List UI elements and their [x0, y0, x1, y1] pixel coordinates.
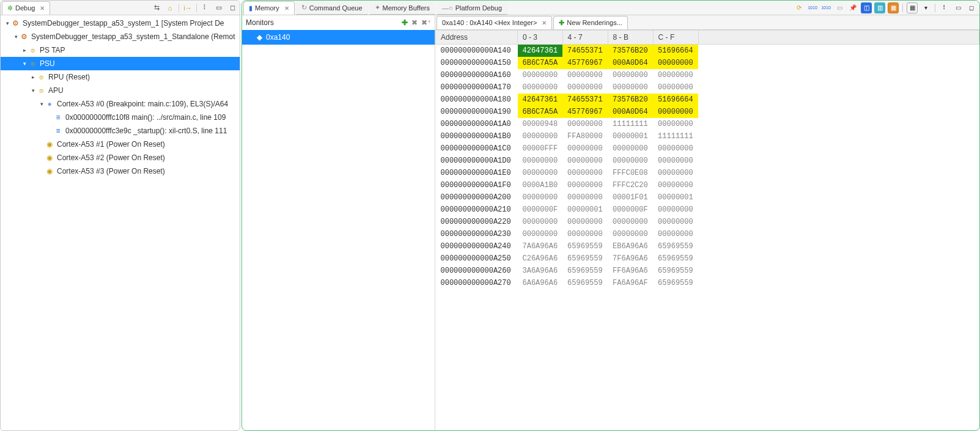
mem-row[interactable]: 000000000000A2603A6A96A665969559FF6A96A6…: [436, 265, 979, 277]
mem-cell[interactable]: 00000000: [608, 216, 653, 228]
mem-row[interactable]: 000000000000A180426473617465537173576B20…: [436, 94, 979, 106]
mem-cell[interactable]: 00000000: [653, 106, 698, 118]
mem-cell[interactable]: 65969559: [653, 265, 698, 277]
mem-cell[interactable]: 73576B20: [608, 94, 653, 106]
memory-table[interactable]: Address 0 - 3 4 - 7 8 - B C - F 00000000…: [435, 30, 979, 289]
mem-cell[interactable]: 00000000: [608, 81, 653, 94]
mem-cell[interactable]: 0000A1B0: [518, 179, 563, 191]
mem-cell[interactable]: 00001F01: [608, 191, 653, 204]
mem-cell[interactable]: 00000000: [518, 155, 563, 167]
mem-cell[interactable]: 51696664: [653, 94, 698, 106]
col-c-f[interactable]: C - F: [653, 31, 698, 45]
tree-row[interactable]: ▾⚙SystemDebugger_testapp_a53_system_1 [S…: [1, 17, 240, 30]
twisty-icon[interactable]: ▾: [39, 101, 45, 107]
mem-cell[interactable]: FFFC2C20: [608, 179, 653, 191]
mem-cell[interactable]: 00000000: [653, 216, 698, 228]
mem-cell[interactable]: 00000000: [653, 142, 698, 155]
mem-cell[interactable]: 0000000F: [608, 204, 653, 216]
import-icon[interactable]: i→: [183, 3, 193, 13]
col-0-3[interactable]: 0 - 3: [518, 31, 563, 45]
maximize-icon[interactable]: ◻: [227, 3, 237, 13]
tree-row[interactable]: ≡0x00000000fffc3e9c _startup(): xil-crt0…: [1, 124, 240, 138]
mem-cell[interactable]: 00000000: [562, 118, 608, 130]
mem-cell[interactable]: 73576B20: [608, 45, 653, 57]
mem-cell[interactable]: 00000000: [562, 81, 608, 94]
mem-cell[interactable]: 00000000: [518, 69, 563, 81]
debug-tree[interactable]: ▾⚙SystemDebugger_testapp_a53_system_1 [S…: [1, 15, 240, 430]
col-8-b[interactable]: 8 - B: [608, 31, 653, 45]
mem-cell[interactable]: 00000000: [518, 81, 563, 94]
mem-cell[interactable]: 00000000: [608, 155, 653, 167]
mem-cell[interactable]: 00000000: [608, 142, 653, 155]
mem-row[interactable]: 000000000000A140426473617465537173576B20…: [436, 45, 979, 57]
mem-cell[interactable]: 00000000: [653, 69, 698, 81]
mem-cell[interactable]: FF6A96A6: [608, 265, 653, 277]
mem-row[interactable]: 000000000000A2706A6A96A665969559FA6A96AF…: [436, 277, 979, 289]
mem-cell[interactable]: 74655371: [562, 94, 608, 106]
tree-row[interactable]: ▾●Cortex-A53 #0 (Breakpoint: main.c:109)…: [1, 97, 240, 111]
mem-cell[interactable]: 65969559: [653, 252, 698, 265]
view-menu-icon[interactable]: ⠇: [201, 3, 210, 13]
mem-cell[interactable]: 42647361: [518, 45, 563, 57]
mem-cell[interactable]: 000A0D64: [608, 57, 653, 69]
dropdown-icon[interactable]: ▾: [920, 2, 931, 13]
mem-cell[interactable]: C26A96A6: [518, 252, 563, 265]
grid-icon[interactable]: ▦: [907, 2, 918, 13]
pin-icon[interactable]: 📌: [847, 2, 858, 13]
mem-row[interactable]: 000000000000A220000000000000000000000000…: [436, 216, 979, 228]
mem-cell[interactable]: 00000000: [562, 142, 608, 155]
close-icon[interactable]: ✕: [542, 20, 547, 26]
tab-platform-debug[interactable]: —○ Platform Debug: [437, 1, 507, 15]
mem-cell[interactable]: 00000000: [653, 118, 698, 130]
col-address[interactable]: Address: [436, 31, 518, 45]
mem-cell[interactable]: 6A6A96A6: [518, 277, 563, 289]
remove-monitor-icon[interactable]: ✖: [411, 18, 418, 27]
mem-cell[interactable]: 000A0D64: [608, 106, 653, 118]
mem-row[interactable]: 000000000000A160000000000000000000000000…: [436, 69, 979, 81]
mem-row[interactable]: 000000000000A2407A6A96A665969559EB6A96A6…: [436, 240, 979, 252]
minimize-icon[interactable]: ▭: [214, 3, 224, 13]
mem-cell[interactable]: 00000000: [562, 155, 608, 167]
tab-rendering-hex[interactable]: 0xa140 : 0xA140 <Hex Integer> ✕: [437, 16, 552, 29]
mem-cell[interactable]: 00000000: [562, 191, 608, 204]
mem-cell[interactable]: FFA80000: [562, 130, 608, 142]
close-icon[interactable]: ✕: [284, 5, 289, 12]
mem-cell[interactable]: 65969559: [562, 252, 608, 265]
mem-row[interactable]: 000000000000A1E00000000000000000FFFC0E08…: [436, 167, 979, 179]
mem-cell[interactable]: 45776967: [562, 106, 608, 118]
mem-row[interactable]: 000000000000A170000000000000000000000000…: [436, 81, 979, 94]
tree-row[interactable]: ◉Cortex-A53 #2 (Power On Reset): [1, 151, 240, 164]
mem-cell[interactable]: 00000FFF: [518, 142, 563, 155]
mem-cell[interactable]: EB6A96A6: [608, 240, 653, 252]
mem-cell[interactable]: 11111111: [653, 130, 698, 142]
mem-cell[interactable]: 00000000: [518, 191, 563, 204]
close-icon[interactable]: ✕: [40, 5, 45, 12]
mem-cell[interactable]: 65969559: [562, 240, 608, 252]
mem-cell[interactable]: 00000000: [653, 57, 698, 69]
tree-row[interactable]: ◉Cortex-A53 #1 (Power On Reset): [1, 138, 240, 151]
mem-cell[interactable]: 11111111: [608, 118, 653, 130]
tree-row[interactable]: ▸⌾RPU (Reset): [1, 70, 240, 84]
mem-cell[interactable]: 00000001: [608, 130, 653, 142]
twisty-icon[interactable]: ▾: [4, 20, 10, 26]
mem-cell[interactable]: 00000000: [518, 130, 563, 142]
tab-debug[interactable]: ✲ Debug ✕: [2, 1, 50, 15]
mem-cell[interactable]: FFFC0E08: [608, 167, 653, 179]
view-menu-icon[interactable]: ⠇: [939, 2, 950, 13]
mem-cell[interactable]: 7F6A96A6: [608, 252, 653, 265]
mem-cell[interactable]: 00000000: [518, 167, 563, 179]
maximize-icon[interactable]: ◻: [966, 2, 977, 13]
tab-memory[interactable]: ▮ Memory ✕: [243, 1, 295, 15]
new-tab-icon[interactable]: ▭: [834, 2, 845, 13]
mem-cell[interactable]: 00000948: [518, 118, 563, 130]
mem-cell[interactable]: 00000000: [562, 167, 608, 179]
tab-command-queue[interactable]: ↻ Command Queue: [296, 1, 368, 15]
mem-cell[interactable]: 51696664: [653, 45, 698, 57]
mem-cell[interactable]: 00000000: [653, 179, 698, 191]
mem-cell[interactable]: 45776967: [562, 57, 608, 69]
mem-cell[interactable]: 00000000: [653, 204, 698, 216]
toggle-split-icon[interactable]: ◫: [861, 2, 872, 13]
bits-1010-alt-icon[interactable]: 1010: [820, 2, 831, 13]
mem-cell[interactable]: 00000000: [653, 167, 698, 179]
mem-cell[interactable]: 6B6C7A5A: [518, 57, 563, 69]
